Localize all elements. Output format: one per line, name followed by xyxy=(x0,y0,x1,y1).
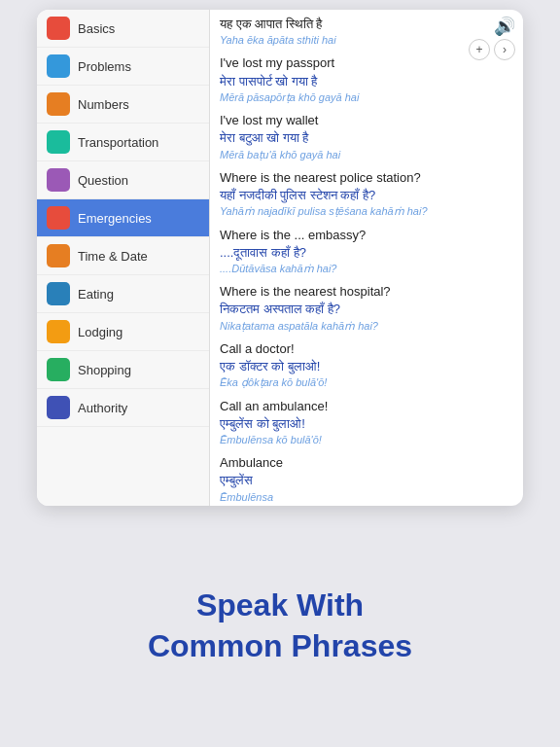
sidebar-icon-5 xyxy=(47,206,70,230)
phrase-en-6: Call a doctor! xyxy=(220,340,513,358)
phrase-group-5: Where is the nearest hospital?निकटतम अस्… xyxy=(220,283,513,337)
promo-section: Speak With Common Phrases xyxy=(128,506,432,747)
phrase-en-8: Ambulance xyxy=(220,454,513,472)
phrase-group-6: Call a doctor!एक डॉक्टर को बुलाओ!Ēka ḍôk… xyxy=(220,340,513,394)
phrase-group-8: Ambulanceएम्बुलेंसĒmbulēnsa xyxy=(220,454,513,506)
phrase-en-5: Where is the nearest hospital? xyxy=(220,283,513,301)
phrase-hi-4: ....दूतावास कहाँ है? xyxy=(220,244,513,262)
sidebar-icon-9 xyxy=(47,358,70,381)
phrase-roman-2: Mērā baṭu'ā khō gayā hai xyxy=(220,148,513,161)
sidebar-label-2: Numbers xyxy=(78,97,129,112)
phrase-group-4: Where is the ... embassy?....दूतावास कहा… xyxy=(220,227,513,280)
phrase-en-7: Call an ambulance! xyxy=(220,398,513,415)
sidebar-label-6: Time & Date xyxy=(78,249,148,264)
sidebar-item-problems[interactable]: Problems xyxy=(37,48,209,86)
phrase-group-1: I've lost my passportमेरा पासपोर्ट खो गय… xyxy=(220,54,513,108)
phrase-en-4: Where is the ... embassy? xyxy=(220,227,513,244)
sidebar-label-0: Basics xyxy=(78,21,115,36)
sidebar-item-question[interactable]: Question xyxy=(37,161,209,199)
sidebar-label-7: Eating xyxy=(78,287,114,302)
sidebar-icon-10 xyxy=(47,396,70,419)
sidebar-icon-8 xyxy=(47,320,70,343)
sidebar-label-9: Shopping xyxy=(78,363,131,377)
phrase-roman-1: Mērā pāsapōrṭa khō gayā hai xyxy=(220,90,513,104)
app-frame: BasicsProblemsNumbersTransportationQuest… xyxy=(37,10,523,506)
sidebar-item-eating[interactable]: Eating xyxy=(37,275,209,313)
phrase-group-7: Call an ambulance!एम्बुलेंस को बुलाओ!Ēmb… xyxy=(220,398,513,451)
phrase-roman-6: Ēka ḍôkṭara kō bulā'ō! xyxy=(220,375,513,389)
next-button[interactable]: › xyxy=(494,39,515,60)
phrase-roman-8: Ēmbulēnsa xyxy=(220,490,513,504)
promo-line2: Common Phrases xyxy=(148,628,412,663)
sidebar-item-lodging[interactable]: Lodging xyxy=(37,313,209,351)
sidebar-icon-3 xyxy=(47,130,70,154)
sidebar-icon-1 xyxy=(47,54,70,78)
audio-controls: 🔊 + › xyxy=(469,16,515,60)
sidebar-label-4: Question xyxy=(78,173,128,188)
phrase-hi-8: एम्बुलेंस xyxy=(220,472,513,489)
sidebar-item-transportation[interactable]: Transportation xyxy=(37,124,209,161)
sidebar: BasicsProblemsNumbersTransportationQuest… xyxy=(37,10,210,506)
phrase-group-2: I've lost my walletमेरा बटुआ खो गया हैMē… xyxy=(220,112,513,165)
sidebar-label-3: Transportation xyxy=(78,135,158,150)
phrase-roman-7: Ēmbulēnsa kō bulā'ō! xyxy=(220,433,513,446)
promo-title: Speak With Common Phrases xyxy=(148,586,412,666)
sidebar-icon-7 xyxy=(47,282,70,305)
sidebar-label-8: Lodging xyxy=(78,325,122,339)
sidebar-icon-4 xyxy=(47,168,70,192)
phrase-hi-1: मेरा पासपोर्ट खो गया है xyxy=(220,73,513,90)
sidebar-item-emergencies[interactable]: Emergencies xyxy=(37,199,209,237)
sidebar-item-authority[interactable]: Authority xyxy=(37,389,209,427)
sidebar-icon-2 xyxy=(47,92,70,116)
phrase-hi-6: एक डॉक्टर को बुलाओ! xyxy=(220,358,513,375)
phrase-hi-5: निकटतम अस्पताल कहाँ है? xyxy=(220,301,513,318)
plus-button[interactable]: + xyxy=(469,39,490,60)
sidebar-item-shopping[interactable]: Shopping xyxy=(37,351,209,389)
phrase-roman-4: ....Dūtāvāsa kahāṁ hai? xyxy=(220,262,513,275)
phrase-en-3: Where is the nearest police station? xyxy=(220,169,513,187)
phrase-en-2: I've lost my wallet xyxy=(220,112,513,129)
sidebar-icon-6 xyxy=(47,244,70,267)
phrase-hi-7: एम्बुलेंस को बुलाओ! xyxy=(220,415,513,433)
phrase-group-3: Where is the nearest police station?यहाँ… xyxy=(220,169,513,223)
speaker-icon[interactable]: 🔊 xyxy=(494,16,515,37)
sidebar-label-10: Authority xyxy=(78,401,127,415)
content-area: 🔊 + › यह एक आपात स्थिति हैYaha ēka āpāta… xyxy=(210,10,523,506)
sidebar-icon-0 xyxy=(47,17,70,40)
phrase-roman-3: Yahāṁ najadīkī pulisa sṭēśana kahāṁ hai? xyxy=(220,204,513,218)
sidebar-item-numbers[interactable]: Numbers xyxy=(37,86,209,124)
phrase-hi-3: यहाँ नजदीकी पुलिस स्टेशन कहाँ है? xyxy=(220,187,513,204)
sidebar-item-time---date[interactable]: Time & Date xyxy=(37,237,209,275)
promo-line1: Speak With xyxy=(196,587,364,622)
sidebar-label-1: Problems xyxy=(78,59,131,74)
phrase-roman-5: Nikaṭatama aspatāla kahāṁ hai? xyxy=(220,319,513,333)
sidebar-label-5: Emergencies xyxy=(78,211,152,226)
nav-controls: + › xyxy=(469,39,515,60)
phrase-hi-2: मेरा बटुआ खो गया है xyxy=(220,129,513,147)
sidebar-item-basics[interactable]: Basics xyxy=(37,10,209,48)
